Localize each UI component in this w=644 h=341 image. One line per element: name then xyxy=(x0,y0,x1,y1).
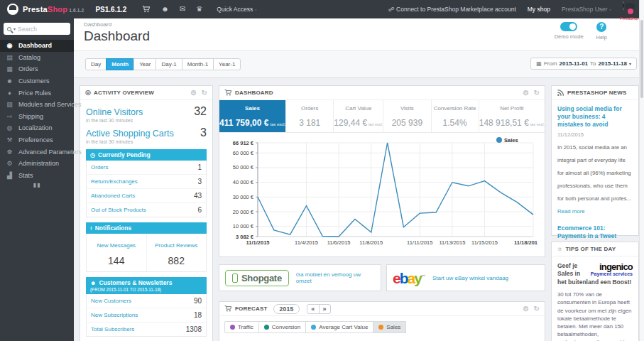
new-customers-value: 90 xyxy=(194,297,202,305)
pending-row-orders: Orders1 xyxy=(87,161,206,175)
caret-down-icon: ▾ xyxy=(629,61,631,66)
lightbulb-icon: ☼ xyxy=(557,246,562,252)
product-reviews-link[interactable]: Product Reviews xyxy=(155,242,197,249)
avatar[interactable]: PrestaShop xyxy=(623,2,637,16)
caret-down-icon: ▾ xyxy=(255,8,257,12)
period-year-1-button[interactable]: Year-1 xyxy=(213,58,241,70)
trophy-icon[interactable]: ♛ xyxy=(196,6,202,13)
period-year-button[interactable]: Year xyxy=(133,58,156,70)
kpi-conversion-rate[interactable]: Conversion Rate1.54% xyxy=(432,100,479,132)
date-filter-toolbar: Day Month Year Day-1 Month-1 Year-1 ▦ Fr… xyxy=(74,51,644,78)
average-cart-value-dot-icon xyxy=(311,325,316,330)
sidebar-item-administration[interactable]: ⚙Administration xyxy=(0,158,74,170)
scrollbar-thumb[interactable] xyxy=(640,20,643,98)
shop-name[interactable]: PS1.6.1.2 xyxy=(95,6,126,13)
notifications-section: !Notifications New Messages144 Product R… xyxy=(86,222,207,272)
legend-sales-button[interactable]: Sales xyxy=(373,321,406,333)
product-reviews-cell: Product Reviews882 xyxy=(146,234,207,271)
read-more-link[interactable]: Read more xyxy=(557,208,585,215)
kpi-sales[interactable]: Sales411 759,00 €tax excl. xyxy=(219,100,286,132)
kpi-net-profit[interactable]: Net Profit148 918,51 €tax excl. xyxy=(479,100,545,132)
active-carts-link[interactable]: Active Shopping Carts xyxy=(86,129,174,139)
active-carts-value: 3 xyxy=(200,126,207,139)
orders-link[interactable]: Orders xyxy=(91,164,108,170)
new-messages-value: 144 xyxy=(88,255,145,266)
customer-icon[interactable]: ☻ xyxy=(161,6,169,13)
sidebar-item-catalog[interactable]: ▤Catalog xyxy=(0,52,74,64)
svg-text:11/4/2015: 11/4/2015 xyxy=(295,239,318,246)
news-article-title[interactable]: Using social media for your business: 4 … xyxy=(557,105,633,129)
abandoned-carts-link[interactable]: Abandoned Carts xyxy=(91,193,135,199)
new-subscriptions-link[interactable]: New Subscriptions xyxy=(91,312,138,318)
sidebar-item-price-rules[interactable]: ♦Price Rules xyxy=(0,87,74,99)
period-month-button[interactable]: Month xyxy=(106,58,134,70)
dashboard-panel: DASHBOARD ⚙↻ Sales411 759,00 €tax excl. … xyxy=(219,85,545,257)
sidebar-collapse-button[interactable]: ▮▮ xyxy=(0,182,74,188)
ebay-promo-link[interactable]: Start uw eBay winkel vandaag xyxy=(432,275,508,281)
kpi-cart-value[interactable]: Cart Value129,44 €tax excl. xyxy=(334,100,383,132)
forecast-legend: Traffic Conversion Average Cart Value Sa… xyxy=(219,316,545,338)
kpi-orders[interactable]: Orders3 181 xyxy=(286,100,334,132)
kpi-visits-value: 205 939 xyxy=(392,118,422,128)
page-header: Dashboard Dashboard Demo mode ? Help xyxy=(74,18,644,51)
mail-icon[interactable]: ✉ xyxy=(180,6,185,13)
new-messages-link[interactable]: New Messages xyxy=(97,242,136,249)
sidebar-item-preferences[interactable]: ⚒Preferences xyxy=(0,134,74,146)
quick-access-menu[interactable]: Quick Access ▾ xyxy=(217,6,256,13)
forecast-prev-button[interactable]: « xyxy=(307,304,319,314)
sidebar-item-stats[interactable]: ▟Stats xyxy=(0,170,74,182)
search-input[interactable] xyxy=(18,26,67,33)
sidebar: ▾ ◉Dashboard ▤Catalog ▦Orders ☻Customers… xyxy=(0,18,74,341)
returns-link[interactable]: Return/Exchanges xyxy=(91,178,138,185)
date-from-label: From xyxy=(544,60,557,67)
sidebar-item-localization[interactable]: ◍Localization xyxy=(0,122,74,134)
demo-mode-label: Demo mode xyxy=(555,33,584,40)
rss-icon xyxy=(557,89,564,97)
date-range-button[interactable]: ▦ From 2015-11-01 To 2015-11-18 ▾ xyxy=(530,58,637,70)
sidebar-item-dashboard[interactable]: ◉Dashboard xyxy=(0,40,74,52)
sidebar-search[interactable]: ▾ xyxy=(4,23,70,35)
gear-icon[interactable]: ⚙ xyxy=(190,89,197,97)
marketplace-link[interactable]: ☍ Connect to PrestaShop Marketplace acco… xyxy=(388,6,516,13)
legend-conversion-button[interactable]: Conversion xyxy=(258,321,306,333)
gear-icon[interactable]: ⚙ xyxy=(523,89,529,97)
demo-mode-toggle[interactable] xyxy=(560,22,577,31)
cart-icon[interactable] xyxy=(142,5,151,13)
vertical-scrollbar[interactable] xyxy=(639,0,644,341)
total-subscribers-link[interactable]: Total Subscribers xyxy=(91,326,134,332)
forecast-panel: FORECAST 2015 « » ⚙↻ Traffic Conversion … xyxy=(219,301,545,341)
shopgate-promo-link[interactable]: Ga mobiel en verhoog uw omzet xyxy=(296,271,375,284)
period-month-1-button[interactable]: Month-1 xyxy=(182,58,214,70)
demo-mode-control[interactable]: Demo mode xyxy=(555,22,584,40)
period-day-1-button[interactable]: Day-1 xyxy=(155,58,182,70)
user-menu[interactable]: PrestaShop User ▾ xyxy=(562,6,611,13)
refresh-icon[interactable]: ↻ xyxy=(201,89,207,97)
tips-of-the-day-panel: ☼ TIPS OF THE DAY ingenico Payment servi… xyxy=(551,242,639,341)
legend-traffic-button[interactable]: Traffic xyxy=(224,321,259,333)
caret-down-icon: ▾ xyxy=(609,8,611,12)
refresh-icon[interactable]: ↻ xyxy=(533,89,540,97)
gear-icon[interactable]: ⚙ xyxy=(523,305,529,313)
activity-icon: ◎ xyxy=(85,90,91,96)
sidebar-item-orders[interactable]: ▦Orders xyxy=(0,63,74,75)
my-shop-link[interactable]: My shop xyxy=(528,6,550,13)
refresh-icon[interactable]: ↻ xyxy=(533,305,540,313)
new-customers-link[interactable]: New Customers xyxy=(91,298,131,304)
sidebar-item-advanced-parameters[interactable]: ☸Advanced Parameters xyxy=(0,146,74,158)
legend-average-cart-value-button[interactable]: Average Cart Value xyxy=(305,321,373,333)
breadcrumb[interactable]: Dashboard xyxy=(84,21,111,28)
ebay-promo-panel: ebay™ Start uw eBay winkel vandaag xyxy=(386,264,545,291)
help-icon[interactable]: ? xyxy=(596,22,606,32)
sidebar-item-customers[interactable]: ☻Customers xyxy=(0,75,74,87)
online-visitors-link[interactable]: Online Visitors xyxy=(86,107,143,117)
out-of-stock-link[interactable]: Out of Stock Products xyxy=(91,207,146,213)
news-article-title[interactable]: Ecommerce 101: Payments in a Tweet xyxy=(557,224,633,240)
help-control[interactable]: ? Help xyxy=(596,22,607,40)
period-day-button[interactable]: Day xyxy=(85,58,107,70)
svg-text:Sales: Sales xyxy=(504,137,518,144)
sidebar-item-shipping[interactable]: ⇨Shipping xyxy=(0,111,74,123)
sidebar-item-modules-and-services[interactable]: ▧Modules and Services xyxy=(0,99,74,111)
kpi-visits[interactable]: Visits205 939 xyxy=(383,100,431,132)
forecast-year[interactable]: 2015 xyxy=(273,304,300,314)
forecast-next-button[interactable]: » xyxy=(319,304,331,314)
